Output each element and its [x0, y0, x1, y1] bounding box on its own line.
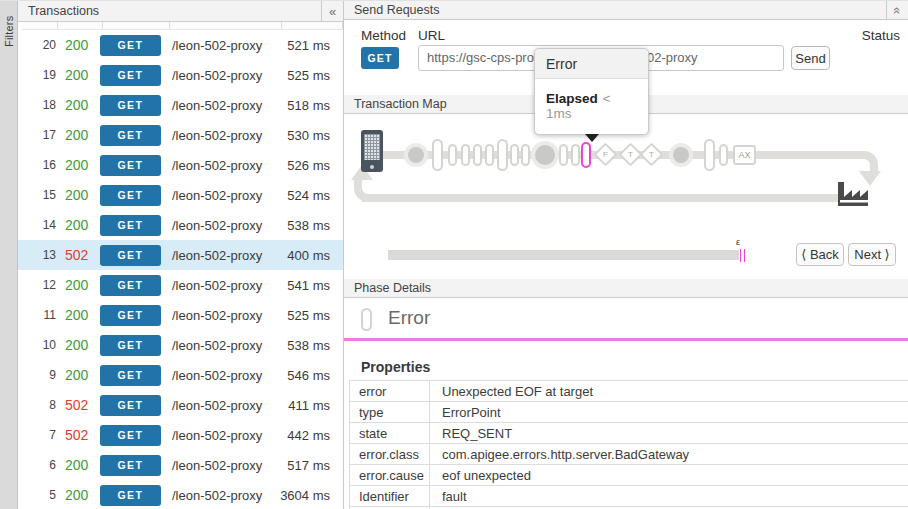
- property-row: errorUnexpected EOF at target: [350, 381, 908, 402]
- method-badge: GET: [100, 155, 161, 176]
- property-value: Unexpected EOF at target: [430, 381, 593, 401]
- transaction-map-title: Transaction Map: [354, 97, 447, 111]
- filters-sidebar[interactable]: Filters: [0, 1, 18, 509]
- transaction-id: 14: [18, 218, 56, 232]
- transaction-row[interactable]: 11200GET/leon-502-proxy525 ms: [18, 300, 343, 330]
- method-badge: GET: [100, 425, 161, 446]
- error-step-pill-selected[interactable]: [581, 142, 591, 168]
- response-time: 525 ms: [269, 68, 343, 83]
- flow-step-pill[interactable]: [559, 144, 568, 166]
- method-badge: GET: [100, 305, 161, 326]
- property-key: state: [350, 423, 430, 443]
- request-path: /leon-502-proxy: [172, 338, 269, 353]
- response-time: 541 ms: [269, 278, 343, 293]
- status-code: 200: [65, 277, 98, 293]
- transaction-id: 9: [18, 368, 56, 382]
- status-code: 200: [65, 307, 98, 323]
- transaction-row[interactable]: 9200GET/leon-502-proxy546 ms: [18, 360, 343, 390]
- send-button[interactable]: Send: [791, 46, 830, 70]
- error-marker-label: ε: [736, 237, 740, 247]
- transaction-row[interactable]: 16200GET/leon-502-proxy526 ms: [18, 150, 343, 180]
- flow-step-pill[interactable]: [473, 144, 482, 166]
- back-button[interactable]: ⟨ Back: [796, 243, 844, 266]
- transaction-row[interactable]: 13502GET/leon-502-proxy400 ms: [18, 240, 343, 270]
- response-time: 518 ms: [269, 98, 343, 113]
- method-select-button[interactable]: GET: [361, 47, 399, 69]
- property-value: REQ_SENT: [430, 423, 512, 443]
- target-server-icon[interactable]: [836, 180, 870, 210]
- transaction-row[interactable]: 5200GET/leon-502-proxy3604 ms: [18, 480, 343, 509]
- flow-step-circle[interactable]: [535, 145, 555, 165]
- response-time: 524 ms: [269, 188, 343, 203]
- response-flow-line: [362, 194, 840, 202]
- response-time: 411 ms: [269, 398, 343, 413]
- flow-step-circle[interactable]: [673, 147, 689, 163]
- condition-diamond[interactable]: T: [639, 142, 663, 166]
- status-code: 200: [65, 187, 98, 203]
- flow-step-pill[interactable]: [461, 144, 470, 166]
- request-path: /leon-502-proxy: [172, 308, 269, 323]
- transaction-row[interactable]: 17200GET/leon-502-proxy530 ms: [18, 120, 343, 150]
- request-path: /leon-502-proxy: [172, 428, 269, 443]
- flow-step-circle[interactable]: [408, 147, 424, 163]
- flow-step-pill[interactable]: [521, 144, 530, 166]
- request-path: /leon-502-proxy: [172, 188, 269, 203]
- method-badge: GET: [100, 455, 161, 476]
- status-code: 200: [65, 157, 98, 173]
- request-path: /leon-502-proxy: [172, 368, 269, 383]
- request-path: /leon-502-proxy: [172, 398, 269, 413]
- next-button[interactable]: Next ⟩: [848, 243, 896, 266]
- transaction-row[interactable]: 8502GET/leon-502-proxy411 ms: [18, 390, 343, 420]
- transaction-id: 10: [18, 338, 56, 352]
- tooltip-title: Error: [535, 49, 648, 79]
- transaction-id: 8: [18, 398, 56, 412]
- phase-details-title: Phase Details: [354, 281, 431, 295]
- transaction-row[interactable]: 7502GET/leon-502-proxy442 ms: [18, 420, 343, 450]
- collapse-left-icon[interactable]: «: [321, 1, 343, 21]
- response-time: 521 ms: [269, 38, 343, 53]
- collapse-up-icon[interactable]: «: [886, 1, 908, 19]
- analytics-step[interactable]: AX: [733, 145, 756, 165]
- send-requests-title: Send Requests: [354, 3, 439, 17]
- transaction-row[interactable]: 10200GET/leon-502-proxy538 ms: [18, 330, 343, 360]
- transaction-id: 18: [18, 98, 56, 112]
- transactions-panel: Transactions « 20200GET/leon-502-proxy52…: [18, 1, 344, 509]
- flow-step-pill[interactable]: [510, 144, 519, 166]
- transaction-row[interactable]: 15200GET/leon-502-proxy524 ms: [18, 180, 343, 210]
- condition-diamond[interactable]: F: [593, 142, 617, 166]
- send-requests-header: Send Requests «: [344, 1, 908, 20]
- property-value: ErrorPoint: [430, 402, 501, 422]
- transaction-row[interactable]: 6200GET/leon-502-proxy517 ms: [18, 450, 343, 480]
- transaction-row[interactable]: 20200GET/leon-502-proxy521 ms: [18, 30, 343, 60]
- property-value: com.apigee.errors.http.server.BadGateway: [430, 444, 689, 464]
- flow-step-pill[interactable]: [448, 144, 457, 166]
- request-path: /leon-502-proxy: [172, 38, 269, 53]
- transaction-row[interactable]: 19200GET/leon-502-proxy525 ms: [18, 60, 343, 90]
- flow-step-pill[interactable]: [719, 144, 728, 166]
- flow-step-pill[interactable]: [432, 139, 443, 171]
- transaction-id: 20: [18, 38, 56, 52]
- transaction-row[interactable]: 18200GET/leon-502-proxy518 ms: [18, 90, 343, 120]
- client-device-icon[interactable]: [361, 130, 383, 172]
- transaction-row[interactable]: 12200GET/leon-502-proxy541 ms: [18, 270, 343, 300]
- flow-step-pill[interactable]: [497, 139, 508, 171]
- request-path: /leon-502-proxy: [172, 218, 269, 233]
- response-time: 3604 ms: [269, 488, 343, 503]
- timeline-scrollbar[interactable]: [388, 250, 739, 260]
- flow-step-pill[interactable]: [571, 144, 580, 166]
- phase-name: Error: [388, 307, 430, 329]
- flow-step-pill[interactable]: [485, 144, 494, 166]
- flow-step-pill[interactable]: [704, 139, 715, 171]
- transaction-id: 16: [18, 158, 56, 172]
- property-row: error.causeeof unexpected: [350, 465, 908, 486]
- property-key: Identifier: [350, 486, 430, 506]
- status-code: 502: [65, 427, 98, 443]
- property-row: stateREQ_SENT: [350, 423, 908, 444]
- transaction-row[interactable]: 14200GET/leon-502-proxy538 ms: [18, 210, 343, 240]
- transaction-id: 7: [18, 428, 56, 442]
- transactions-column-header: [22, 22, 343, 30]
- transactions-title: Transactions: [28, 4, 99, 18]
- property-key: error: [350, 381, 430, 401]
- property-key: error.cause: [350, 465, 430, 485]
- flow-corner: [854, 151, 878, 173]
